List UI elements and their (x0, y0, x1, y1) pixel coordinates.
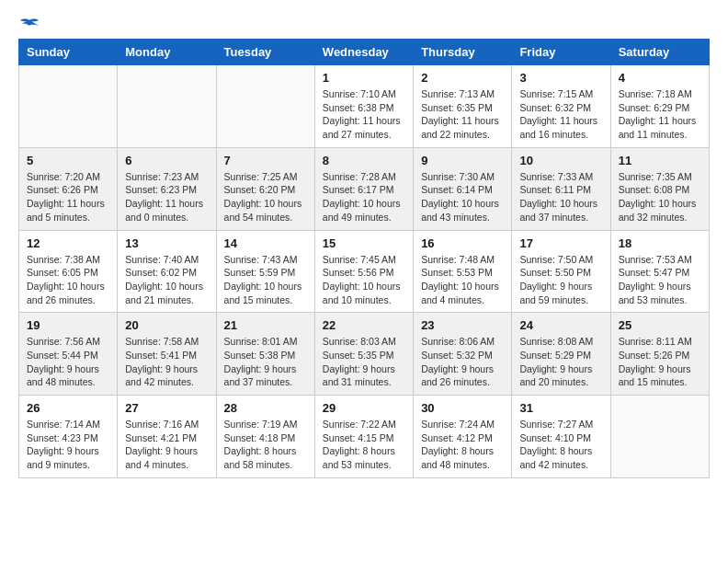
calendar-day-cell: 13Sunrise: 7:40 AM Sunset: 6:02 PM Dayli… (118, 230, 216, 313)
calendar-day-cell (118, 65, 216, 148)
day-info: Sunrise: 7:40 AM Sunset: 6:02 PM Dayligh… (125, 253, 208, 307)
calendar-day-cell: 23Sunrise: 8:06 AM Sunset: 5:32 PM Dayli… (414, 313, 512, 396)
logo-bird-icon (20, 18, 39, 33)
calendar-day-cell: 1Sunrise: 7:10 AM Sunset: 6:38 PM Daylig… (314, 65, 413, 148)
day-number: 1 (323, 71, 405, 85)
calendar-day-cell: 24Sunrise: 8:08 AM Sunset: 5:29 PM Dayli… (512, 313, 610, 396)
logo (18, 18, 39, 29)
day-info: Sunrise: 7:35 AM Sunset: 6:08 PM Dayligh… (619, 170, 701, 224)
day-number: 12 (27, 236, 109, 250)
calendar-day-cell: 15Sunrise: 7:45 AM Sunset: 5:56 PM Dayli… (314, 230, 413, 313)
day-info: Sunrise: 7:23 AM Sunset: 6:23 PM Dayligh… (125, 170, 208, 224)
day-number: 13 (125, 236, 208, 250)
day-number: 25 (619, 318, 701, 332)
calendar-day-cell: 11Sunrise: 7:35 AM Sunset: 6:08 PM Dayli… (610, 147, 709, 230)
calendar-day-cell: 9Sunrise: 7:30 AM Sunset: 6:14 PM Daylig… (414, 147, 512, 230)
day-info: Sunrise: 8:08 AM Sunset: 5:29 PM Dayligh… (519, 335, 602, 389)
calendar-day-cell (216, 65, 314, 148)
day-number: 24 (519, 318, 602, 332)
day-info: Sunrise: 7:14 AM Sunset: 4:23 PM Dayligh… (27, 418, 109, 472)
calendar-week-row: 12Sunrise: 7:38 AM Sunset: 6:05 PM Dayli… (19, 230, 710, 313)
day-number: 2 (421, 71, 504, 85)
calendar-day-cell: 27Sunrise: 7:16 AM Sunset: 4:21 PM Dayli… (118, 396, 216, 478)
calendar-day-cell: 17Sunrise: 7:50 AM Sunset: 5:50 PM Dayli… (512, 230, 610, 313)
calendar-day-cell: 8Sunrise: 7:28 AM Sunset: 6:17 PM Daylig… (314, 147, 413, 230)
calendar-day-cell: 10Sunrise: 7:33 AM Sunset: 6:11 PM Dayli… (512, 147, 610, 230)
weekday-header-tuesday: Tuesday (216, 40, 314, 65)
day-info: Sunrise: 7:30 AM Sunset: 6:14 PM Dayligh… (421, 170, 504, 224)
day-number: 16 (421, 236, 504, 250)
day-info: Sunrise: 7:19 AM Sunset: 4:18 PM Dayligh… (224, 418, 307, 472)
calendar-day-cell: 19Sunrise: 7:56 AM Sunset: 5:44 PM Dayli… (19, 313, 118, 396)
calendar-week-row: 26Sunrise: 7:14 AM Sunset: 4:23 PM Dayli… (19, 396, 710, 478)
day-info: Sunrise: 8:06 AM Sunset: 5:32 PM Dayligh… (421, 335, 504, 389)
day-info: Sunrise: 7:27 AM Sunset: 4:10 PM Dayligh… (519, 418, 602, 472)
day-number: 22 (323, 318, 405, 332)
weekday-header-monday: Monday (118, 40, 216, 65)
day-info: Sunrise: 7:33 AM Sunset: 6:11 PM Dayligh… (519, 170, 602, 224)
day-number: 17 (519, 236, 602, 250)
day-info: Sunrise: 7:45 AM Sunset: 5:56 PM Dayligh… (323, 253, 405, 307)
day-info: Sunrise: 7:22 AM Sunset: 4:15 PM Dayligh… (323, 418, 405, 472)
day-info: Sunrise: 7:10 AM Sunset: 6:38 PM Dayligh… (323, 87, 405, 142)
day-number: 23 (421, 318, 504, 332)
day-info: Sunrise: 7:13 AM Sunset: 6:35 PM Dayligh… (421, 87, 504, 142)
day-info: Sunrise: 7:50 AM Sunset: 5:50 PM Dayligh… (519, 253, 602, 307)
day-number: 27 (125, 401, 208, 415)
day-number: 15 (323, 236, 405, 250)
day-info: Sunrise: 7:43 AM Sunset: 5:59 PM Dayligh… (224, 253, 307, 307)
day-number: 28 (224, 401, 307, 415)
day-info: Sunrise: 8:03 AM Sunset: 5:35 PM Dayligh… (323, 335, 405, 389)
day-info: Sunrise: 7:18 AM Sunset: 6:29 PM Dayligh… (619, 87, 701, 142)
weekday-header-sunday: Sunday (19, 40, 118, 65)
calendar-day-cell: 29Sunrise: 7:22 AM Sunset: 4:15 PM Dayli… (314, 396, 413, 478)
calendar-day-cell: 12Sunrise: 7:38 AM Sunset: 6:05 PM Dayli… (19, 230, 118, 313)
day-number: 21 (224, 318, 307, 332)
day-number: 11 (619, 154, 701, 167)
day-info: Sunrise: 7:24 AM Sunset: 4:12 PM Dayligh… (421, 418, 504, 472)
calendar-week-row: 19Sunrise: 7:56 AM Sunset: 5:44 PM Dayli… (19, 313, 710, 396)
day-info: Sunrise: 7:25 AM Sunset: 6:20 PM Dayligh… (224, 170, 307, 224)
calendar-day-cell (610, 396, 709, 478)
day-info: Sunrise: 7:58 AM Sunset: 5:41 PM Dayligh… (125, 335, 208, 389)
day-info: Sunrise: 7:16 AM Sunset: 4:21 PM Dayligh… (125, 418, 208, 472)
day-info: Sunrise: 7:20 AM Sunset: 6:26 PM Dayligh… (27, 170, 109, 224)
calendar-day-cell: 4Sunrise: 7:18 AM Sunset: 6:29 PM Daylig… (610, 65, 709, 148)
calendar-week-row: 1Sunrise: 7:10 AM Sunset: 6:38 PM Daylig… (19, 65, 710, 148)
day-info: Sunrise: 7:38 AM Sunset: 6:05 PM Dayligh… (27, 253, 109, 307)
calendar-day-cell: 5Sunrise: 7:20 AM Sunset: 6:26 PM Daylig… (19, 147, 118, 230)
day-number: 4 (619, 71, 701, 85)
day-number: 8 (323, 154, 405, 167)
calendar-day-cell: 16Sunrise: 7:48 AM Sunset: 5:53 PM Dayli… (414, 230, 512, 313)
day-number: 9 (421, 154, 504, 167)
day-info: Sunrise: 7:28 AM Sunset: 6:17 PM Dayligh… (323, 170, 405, 224)
day-number: 7 (224, 154, 307, 167)
day-info: Sunrise: 7:53 AM Sunset: 5:47 PM Dayligh… (619, 253, 701, 307)
calendar-day-cell: 18Sunrise: 7:53 AM Sunset: 5:47 PM Dayli… (610, 230, 709, 313)
day-number: 10 (519, 154, 602, 167)
calendar-day-cell: 6Sunrise: 7:23 AM Sunset: 6:23 PM Daylig… (118, 147, 216, 230)
day-number: 30 (421, 401, 504, 415)
day-info: Sunrise: 8:11 AM Sunset: 5:26 PM Dayligh… (619, 335, 701, 389)
calendar-day-cell (19, 65, 118, 148)
day-number: 29 (323, 401, 405, 415)
day-info: Sunrise: 8:01 AM Sunset: 5:38 PM Dayligh… (224, 335, 307, 389)
calendar-day-cell: 20Sunrise: 7:58 AM Sunset: 5:41 PM Dayli… (118, 313, 216, 396)
day-number: 14 (224, 236, 307, 250)
day-number: 3 (519, 71, 602, 85)
day-number: 26 (27, 401, 109, 415)
page-header (18, 18, 710, 29)
calendar-day-cell: 14Sunrise: 7:43 AM Sunset: 5:59 PM Dayli… (216, 230, 314, 313)
calendar-day-cell: 21Sunrise: 8:01 AM Sunset: 5:38 PM Dayli… (216, 313, 314, 396)
calendar-header-row: SundayMondayTuesdayWednesdayThursdayFrid… (19, 40, 710, 65)
weekday-header-wednesday: Wednesday (314, 40, 413, 65)
calendar-day-cell: 25Sunrise: 8:11 AM Sunset: 5:26 PM Dayli… (610, 313, 709, 396)
weekday-header-saturday: Saturday (610, 40, 709, 65)
calendar-table: SundayMondayTuesdayWednesdayThursdayFrid… (18, 39, 710, 478)
calendar-week-row: 5Sunrise: 7:20 AM Sunset: 6:26 PM Daylig… (19, 147, 710, 230)
day-number: 18 (619, 236, 701, 250)
day-number: 19 (27, 318, 109, 332)
day-number: 5 (27, 154, 109, 167)
calendar-day-cell: 31Sunrise: 7:27 AM Sunset: 4:10 PM Dayli… (512, 396, 610, 478)
day-number: 6 (125, 154, 208, 167)
